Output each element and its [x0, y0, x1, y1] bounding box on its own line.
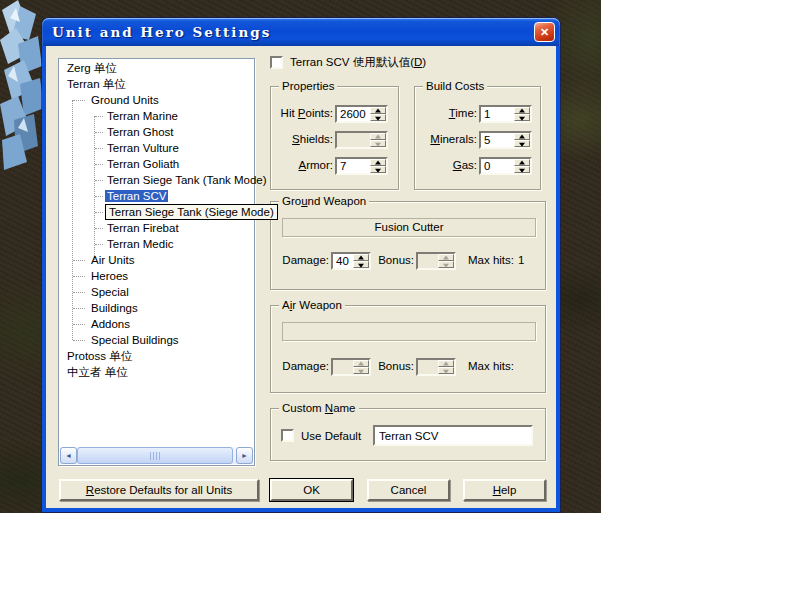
air-weapon-group-title: Air Weapon: [279, 298, 345, 312]
tree-item-terran-siege-tank-tank-mode[interactable]: Terran Siege Tank (Tank Mode): [60, 172, 253, 188]
spin-down-icon: [438, 367, 454, 374]
tree-item-neutral-units[interactable]: 中立者 单位: [60, 364, 253, 380]
gas-field[interactable]: 0: [479, 157, 532, 175]
spin-up-icon[interactable]: [514, 133, 530, 140]
tree-item-terran-marine[interactable]: Terran Marine: [60, 108, 253, 124]
tree-item-label: Terran Vulture: [105, 142, 181, 154]
use-default-values-checkbox[interactable]: [270, 56, 283, 69]
tree-item-terran-units[interactable]: Terran 单位: [60, 76, 253, 92]
spin-up-icon: [353, 360, 369, 367]
tree-item-label: Ground Units: [89, 94, 161, 106]
dialog-title: Unit and Hero Settings: [52, 24, 271, 40]
tree-item-special-buildings[interactable]: Special Buildings: [60, 332, 253, 348]
tree-item-label: Terran Medic: [105, 238, 175, 250]
spin-down-icon[interactable]: [370, 114, 386, 121]
build-costs-group: Build Costs Time: 1 Minerals: 5 Gas: 0: [414, 86, 541, 190]
gas-label: Gas:: [417, 159, 477, 171]
spin-up-icon[interactable]: [514, 107, 530, 114]
ground-weapon-group: Ground Weapon Fusion Cutter Damage: 40 B…: [270, 201, 546, 290]
time-spinner[interactable]: [514, 107, 530, 121]
tree-item-air-units[interactable]: Air Units: [60, 252, 253, 268]
spin-up-icon[interactable]: [514, 159, 530, 166]
tree-item-terran-medic[interactable]: Terran Medic: [60, 236, 253, 252]
tree-item-buildings[interactable]: Buildings: [60, 300, 253, 316]
properties-group-title: Properties: [279, 79, 337, 93]
tree-item-terran-vulture[interactable]: Terran Vulture: [60, 140, 253, 156]
scroll-right-button[interactable]: ►: [236, 447, 253, 464]
tree-item-label: 中立者 单位: [65, 366, 130, 378]
tree-item-label: Zerg 单位: [65, 62, 119, 74]
scrollbar-thumb[interactable]: [77, 447, 233, 464]
ground-weapon-name-box: Fusion Cutter: [282, 218, 536, 237]
use-default-values-label: Terran SCV 使用默认值(D): [290, 55, 426, 70]
ground-max-hits-value: 1: [518, 254, 524, 266]
tree-item-label: Addons: [89, 318, 132, 330]
tree-item-zerg-units[interactable]: Zerg 单位: [60, 60, 253, 76]
tree-horizontal-scrollbar[interactable]: ◄ ►: [60, 447, 253, 464]
close-button[interactable]: ✕: [534, 22, 555, 42]
use-default-name-checkbox[interactable]: [281, 429, 294, 442]
minerals-spinner[interactable]: [514, 133, 530, 147]
tree-item-heroes[interactable]: Heroes: [60, 268, 253, 284]
help-button[interactable]: Help: [463, 479, 546, 501]
tree-item-protoss-units[interactable]: Protoss 单位: [60, 348, 253, 364]
use-default-name-row: Use Default: [281, 429, 361, 442]
cancel-button[interactable]: Cancel: [367, 479, 450, 501]
ground-bonus-label: Bonus:: [375, 254, 414, 266]
spin-down-icon[interactable]: [514, 140, 530, 147]
use-default-name-label: Use Default: [301, 430, 361, 442]
build-costs-group-title: Build Costs: [423, 79, 487, 93]
spin-down-icon[interactable]: [353, 261, 369, 268]
tree-item-terran-goliath[interactable]: Terran Goliath: [60, 156, 253, 172]
air-max-hits-label: Max hits:: [468, 360, 514, 372]
minerals-field[interactable]: 5: [479, 131, 532, 149]
unit-hero-settings-dialog: Unit and Hero Settings ✕ Zerg 单位 Terran …: [42, 18, 560, 512]
shields-label: Shields:: [273, 133, 333, 145]
spin-up-icon[interactable]: [353, 254, 369, 261]
tree-item-label: Terran Goliath: [105, 158, 181, 170]
ground-weapon-group-title: Ground Weapon: [279, 194, 369, 208]
custom-name-group-title: Custom Name: [279, 401, 359, 415]
tree-item-terran-siege-tank-siege-mode[interactable]: Terran Siege Tank (Siege Mode): [60, 204, 253, 220]
tree-item-label: Air Units: [89, 254, 136, 266]
tree-item-terran-scv-selected[interactable]: Terran SCV: [60, 188, 253, 204]
spin-down-icon[interactable]: [370, 166, 386, 173]
ok-button[interactable]: OK: [270, 479, 353, 501]
hit-points-field[interactable]: 2600: [335, 105, 388, 123]
spin-up-icon[interactable]: [370, 107, 386, 114]
armor-field[interactable]: 7: [335, 157, 388, 175]
tree-item-addons[interactable]: Addons: [60, 316, 253, 332]
properties-group: Properties Hit Points: 2600 Shields: Arm…: [270, 86, 399, 190]
spin-down-icon[interactable]: [514, 166, 530, 173]
custom-name-input[interactable]: [373, 425, 533, 446]
ground-damage-field[interactable]: 40: [331, 252, 371, 270]
scrollbar-grip-icon: [150, 452, 161, 460]
air-damage-field: [331, 358, 371, 376]
tree-item-label-selected: Terran SCV: [105, 190, 168, 202]
scroll-left-button[interactable]: ◄: [60, 447, 77, 464]
tree-item-special[interactable]: Special: [60, 284, 253, 300]
spin-down-icon: [370, 140, 386, 147]
hit-points-spinner[interactable]: [370, 107, 386, 121]
dialog-titlebar[interactable]: Unit and Hero Settings ✕: [42, 18, 560, 46]
spin-up-icon[interactable]: [370, 159, 386, 166]
tree-item-label: Protoss 单位: [65, 350, 134, 362]
tree-item-terran-firebat[interactable]: Terran Firebat: [60, 220, 253, 236]
ground-damage-spinner[interactable]: [353, 254, 369, 268]
gas-spinner[interactable]: [514, 159, 530, 173]
time-value: 1: [484, 107, 490, 121]
tree-item-ground-units[interactable]: Ground Units: [60, 92, 253, 108]
air-bonus-label: Bonus:: [375, 360, 414, 372]
tree-item-terran-ghost[interactable]: Terran Ghost: [60, 124, 253, 140]
restore-defaults-button[interactable]: Restore Defaults for all Units: [59, 479, 259, 501]
spin-down-icon[interactable]: [514, 114, 530, 121]
unit-tree[interactable]: Zerg 单位 Terran 单位 Ground Units Terran Ma…: [58, 58, 255, 466]
minerals-label: Minerals:: [417, 133, 477, 145]
tree-item-label: Special: [89, 286, 131, 298]
shields-spinner: [370, 133, 386, 147]
air-damage-spinner: [353, 360, 369, 374]
gas-value: 0: [484, 159, 490, 173]
air-damage-label: Damage:: [282, 360, 329, 372]
armor-spinner[interactable]: [370, 159, 386, 173]
time-field[interactable]: 1: [479, 105, 532, 123]
